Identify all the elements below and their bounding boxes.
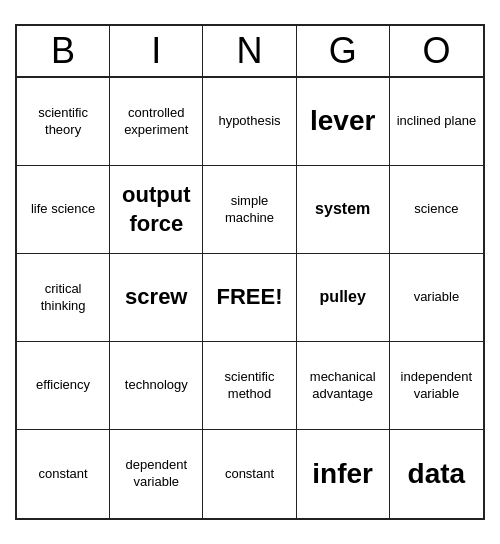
bingo-cell-18: mechanical advantage: [297, 342, 390, 430]
bingo-card: BINGO scientific theorycontrolled experi…: [15, 24, 485, 520]
header-letter-o: O: [390, 26, 483, 76]
bingo-cell-10: critical thinking: [17, 254, 110, 342]
bingo-cell-2: hypothesis: [203, 78, 296, 166]
header-letter-b: B: [17, 26, 110, 76]
bingo-cell-19: independent variable: [390, 342, 483, 430]
header-letter-g: G: [297, 26, 390, 76]
bingo-cell-12: FREE!: [203, 254, 296, 342]
bingo-cell-21: dependent variable: [110, 430, 203, 518]
bingo-cell-3: lever: [297, 78, 390, 166]
bingo-cell-4: inclined plane: [390, 78, 483, 166]
bingo-cell-17: scientific method: [203, 342, 296, 430]
bingo-cell-13: pulley: [297, 254, 390, 342]
bingo-cell-23: infer: [297, 430, 390, 518]
bingo-header: BINGO: [17, 26, 483, 78]
bingo-cell-1: controlled experiment: [110, 78, 203, 166]
bingo-cell-24: data: [390, 430, 483, 518]
bingo-cell-11: screw: [110, 254, 203, 342]
bingo-cell-9: science: [390, 166, 483, 254]
header-letter-n: N: [203, 26, 296, 76]
bingo-cell-15: efficiency: [17, 342, 110, 430]
bingo-cell-16: technology: [110, 342, 203, 430]
bingo-cell-7: simple machine: [203, 166, 296, 254]
bingo-cell-14: variable: [390, 254, 483, 342]
bingo-cell-6: output force: [110, 166, 203, 254]
bingo-cell-5: life science: [17, 166, 110, 254]
bingo-grid: scientific theorycontrolled experimenthy…: [17, 78, 483, 518]
header-letter-i: I: [110, 26, 203, 76]
bingo-cell-22: constant: [203, 430, 296, 518]
bingo-cell-0: scientific theory: [17, 78, 110, 166]
bingo-cell-20: constant: [17, 430, 110, 518]
bingo-cell-8: system: [297, 166, 390, 254]
